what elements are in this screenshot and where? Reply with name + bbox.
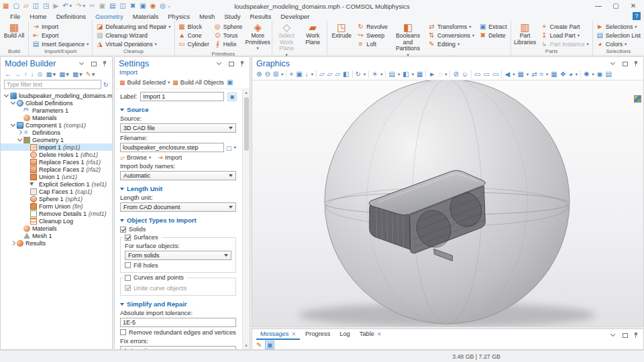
show-icon[interactable]: ⊙ <box>38 70 43 78</box>
duplicate-icon[interactable]: ◫ <box>119 3 125 9</box>
tab-results[interactable]: Results <box>246 13 276 20</box>
zoom-box-icon[interactable]: ▣ <box>296 70 302 78</box>
tree-item-remove-details-1[interactable]: Remove Details 1(rmd1) <box>1 210 112 217</box>
color-select-icon[interactable]: ❖ <box>560 70 566 78</box>
move-down-icon[interactable]: ↓ <box>31 70 34 78</box>
view-person-icon[interactable]: ☺ <box>462 70 468 78</box>
section-object-types[interactable]: Object Types to Import <box>120 217 236 224</box>
remove-redundant-row[interactable]: Remove redundant edges and vertices <box>120 329 236 336</box>
filter-marker-icon[interactable]: ✎ <box>86 70 91 78</box>
deselect-icon[interactable]: ◌ <box>438 70 442 78</box>
tab-mesh[interactable]: Mesh <box>195 13 219 20</box>
back-icon[interactable]: ← <box>5 70 11 78</box>
export-button[interactable]: ⇤Export <box>30 31 91 40</box>
tree-item-geometry-1[interactable]: Geometry 1 <box>1 136 112 143</box>
scene-color-icon[interactable]: ◕ <box>569 70 573 78</box>
maximize-button[interactable]: ▢ <box>612 2 620 10</box>
tree-item-parameters[interactable]: Parameters 1 <box>1 107 112 114</box>
build-selected-button[interactable]: ▦Build Selected▾ <box>119 79 170 86</box>
sweep-button[interactable]: ↪Sweep <box>355 31 390 40</box>
solids-checkbox[interactable] <box>120 227 126 233</box>
import-button[interactable]: ⇥Import <box>30 22 91 31</box>
editing-button[interactable]: ✎Editing▾ <box>426 40 476 48</box>
model-node-icon[interactable]: ▣ <box>140 3 146 9</box>
tree-item-import-1[interactable]: Import 1(imp1) <box>1 143 112 151</box>
tree-item-explicit-selection-1[interactable]: Explicit Selection 1(sel1) <box>1 180 112 188</box>
tree-item-materials-global[interactable]: Materials <box>1 114 112 121</box>
scroll-down-icon[interactable]: ▼ <box>244 344 248 348</box>
tab-table[interactable]: Table✕ <box>356 330 386 340</box>
import-file-button[interactable]: ⇥Import <box>158 154 182 161</box>
transforms-button[interactable]: ⇄Transforms▾ <box>426 22 476 31</box>
close-button[interactable]: ✕ <box>629 2 637 10</box>
tree-item-global-definitions[interactable]: Global Definitions <box>1 99 112 107</box>
create-part-button[interactable]: +Create Part <box>539 22 591 31</box>
torus-button[interactable]: ⊙Torus <box>212 31 244 40</box>
camera-icon[interactable]: ◉ <box>597 70 603 78</box>
delete-node-icon[interactable]: ✖ <box>130 3 136 9</box>
tree-item-sphere-1[interactable]: Sphere 1(sph1) <box>1 195 112 202</box>
tree-item-definitions[interactable]: Definitions <box>1 129 112 136</box>
block-button[interactable]: ▦Block <box>176 22 211 31</box>
fill-holes-checkbox-row[interactable]: Fill holes <box>125 262 231 269</box>
tab-study[interactable]: Study <box>219 13 245 20</box>
close-tab-icon[interactable]: ✕ <box>291 331 296 337</box>
selections-button[interactable]: ►Selections▾ <box>594 22 643 31</box>
panel-menu-icon[interactable] <box>78 60 85 67</box>
tree-item-replace-faces-2[interactable]: Replace Faces 2(rfa2) <box>1 166 112 173</box>
virtual-operations-button[interactable]: ◮Virtual Operations▾ <box>94 40 172 48</box>
animate-icon[interactable]: ◀ <box>504 70 510 78</box>
expander-icon[interactable] <box>10 240 16 246</box>
zoom-in-icon[interactable]: ⊕ <box>256 70 262 78</box>
close-tab-icon[interactable]: ✕ <box>377 331 382 337</box>
move-up-icon[interactable]: ↑ <box>24 70 28 78</box>
fill-holes-checkbox[interactable] <box>125 262 131 268</box>
message-log-icon[interactable]: ▣ <box>265 341 274 349</box>
panel-float-icon[interactable] <box>90 60 97 67</box>
minimize-button[interactable]: — <box>594 2 602 10</box>
solids-checkbox-row[interactable]: Solids <box>120 226 236 233</box>
panel-float-icon[interactable] <box>621 60 628 67</box>
material-icon[interactable]: ◉ <box>150 3 156 9</box>
fix-errors-select[interactable]: Automatic <box>120 346 236 350</box>
work-plane-button[interactable]: ▰ Work Plane <box>300 21 325 46</box>
panel-pin-icon[interactable] <box>101 60 108 67</box>
insert-sequence-button[interactable]: ▤Insert Sequence▾ <box>30 40 91 48</box>
build-all-button[interactable]: ▦ Build All <box>1 21 27 40</box>
tab-messages[interactable]: Messages✕ <box>256 330 300 340</box>
sphere-button[interactable]: ◎Sphere <box>212 22 244 31</box>
source-select[interactable]: 3D CAD file <box>120 123 236 133</box>
tolerance-input[interactable] <box>120 318 236 327</box>
tree-item-delete-holes-1[interactable]: Delete Holes 1(dho1) <box>1 151 112 158</box>
remove-redundant-checkbox[interactable] <box>120 329 126 335</box>
conversions-button[interactable]: ⇅Conversions▾ <box>426 31 476 40</box>
tab-log[interactable]: Log <box>335 330 354 340</box>
tree-item-mesh-1[interactable]: Mesh 1 <box>1 232 112 239</box>
part-libraries-button[interactable]: ▥ Part Libraries <box>513 21 538 46</box>
tree-item-materials-component[interactable]: Materials <box>1 225 112 232</box>
scroll-up-icon[interactable]: ▲ <box>244 90 248 95</box>
panel-pin-icon[interactable] <box>239 60 246 67</box>
filename-input[interactable] <box>120 143 224 152</box>
panel-menu-icon[interactable] <box>610 60 616 67</box>
default-view-icon[interactable]: + <box>289 70 293 78</box>
view-settings-icon[interactable]: ✺ <box>584 70 589 78</box>
build-all-objects-button[interactable]: ▦Build All Objects <box>172 79 224 86</box>
scene-light-icon[interactable]: ☀ <box>372 70 378 78</box>
selection-list-button[interactable]: ▤Selection List <box>594 31 643 40</box>
zoom-out-icon[interactable]: ⊖ <box>264 70 270 78</box>
customize-qat-icon[interactable]: ⌄ <box>167 3 171 9</box>
panel-menu-icon[interactable] <box>216 60 223 67</box>
reset-desktop-icon[interactable] <box>634 95 641 103</box>
extrude-button[interactable]: ◳ Extrude <box>329 21 354 40</box>
transparency-icon[interactable]: ◧ <box>402 70 409 78</box>
panel-float-icon[interactable] <box>227 60 234 67</box>
panel-menu-icon[interactable] <box>610 332 616 339</box>
zoom-extents-icon[interactable]: ⊞ <box>273 70 278 78</box>
loft-button[interactable]: ≡Loft <box>355 40 390 48</box>
tree-item-root[interactable]: loudspeaker_modeling_domains.mph(root) <box>1 92 112 99</box>
expander-icon[interactable] <box>10 122 16 128</box>
view-zx-icon[interactable]: ▱ <box>335 70 340 78</box>
curves-points-checkbox[interactable] <box>125 275 131 281</box>
environment-icon[interactable]: ▦ <box>517 70 523 78</box>
